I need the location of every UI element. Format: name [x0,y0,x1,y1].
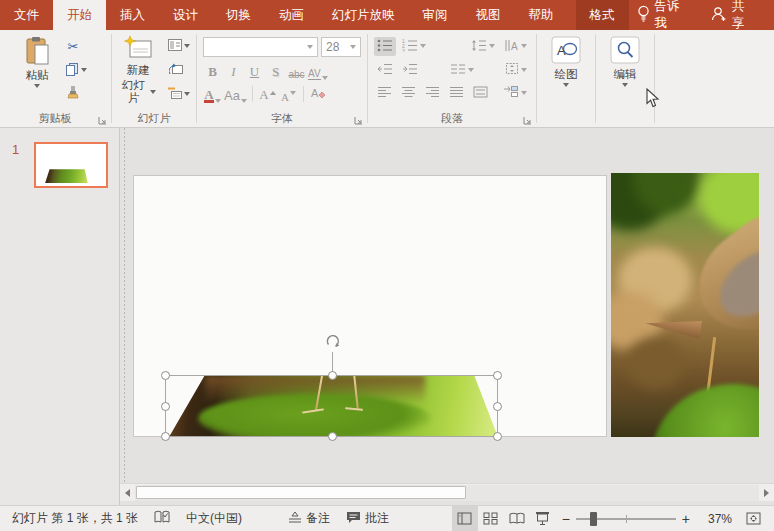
layout-button[interactable] [165,35,193,57]
copy-button[interactable] [62,59,90,81]
line-spacing-button[interactable] [468,37,498,56]
drawing-button[interactable]: A 绘图 [546,33,586,90]
scissors-icon: ✂ [68,39,79,54]
strikethrough-button[interactable]: abc [287,61,306,81]
align-text-button[interactable] [502,60,530,79]
language-button[interactable]: 中文(中国) [178,506,250,531]
text-shadow-button[interactable]: S [266,61,285,81]
bullets-button[interactable] [374,37,396,56]
distribute-button[interactable] [470,84,491,102]
dropdown-icon [184,44,190,48]
char-spacing-button[interactable]: AV [308,61,328,81]
zoom-out-button[interactable]: − [562,511,570,527]
grow-font-button[interactable]: A [258,84,277,104]
tab-transitions[interactable]: 切换 [212,0,265,30]
scroll-left-button[interactable] [120,485,135,501]
copy-icon [65,62,79,78]
font-color-button[interactable]: A [203,84,222,104]
change-case-button[interactable]: Aa [224,84,247,104]
editing-group: 编辑 [597,30,653,127]
tab-view[interactable]: 视图 [462,0,515,30]
align-center-icon [401,86,416,100]
pane-splitter[interactable] [124,128,125,483]
reset-button[interactable] [165,59,187,81]
justify-button[interactable] [446,84,467,102]
share-button[interactable]: 共享 [703,0,762,30]
tab-format[interactable]: 格式 [576,0,629,30]
clear-formatting-button[interactable]: A [309,84,328,104]
drawing-icon: A [551,36,581,66]
align-left-button[interactable] [374,84,395,102]
tab-help[interactable]: 帮助 [515,0,568,30]
format-painter-button[interactable] [62,83,84,105]
slideshow-view-button[interactable] [530,506,556,531]
bold-button[interactable]: B [203,61,222,81]
increase-indent-icon [402,63,418,77]
down-arrow-icon [290,91,296,95]
zoom-slider-thumb[interactable] [590,512,597,526]
tab-animations[interactable]: 动画 [265,0,318,30]
cut-button[interactable]: ✂ [62,35,84,57]
increase-indent-button[interactable] [399,61,421,79]
reset-icon [169,63,183,78]
scroll-right-button[interactable] [759,485,774,501]
slide-thumbnail[interactable] [34,142,108,188]
columns-icon [450,63,466,77]
rotate-handle[interactable] [323,332,342,355]
notes-button[interactable]: 备注 [280,506,338,531]
scrollbar-thumb[interactable] [136,486,466,499]
underline-button[interactable]: U [245,61,264,81]
fit-to-window-button[interactable] [740,506,766,531]
columns-button[interactable] [447,61,477,79]
zoom-slider[interactable] [576,518,676,520]
reading-view-button[interactable] [504,506,530,531]
dropdown-icon [489,44,495,48]
font-size-combo[interactable]: 28 [321,37,361,57]
dropdown-icon [563,83,569,87]
scrollbar-track[interactable] [135,485,759,501]
selected-picture[interactable] [165,375,498,437]
tab-review[interactable]: 审阅 [409,0,462,30]
tab-home[interactable]: 开始 [53,0,106,30]
text-direction-button[interactable]: A [501,37,530,56]
paste-button[interactable]: 粘贴 [20,33,54,91]
tab-design[interactable]: 设计 [159,0,212,30]
dropdown-icon [215,99,221,103]
tab-file[interactable]: 文件 [0,0,53,30]
editing-button[interactable]: 编辑 [605,33,645,90]
clipboard-dialog-launcher[interactable] [98,115,108,125]
tab-slideshow[interactable]: 幻灯片放映 [318,0,409,30]
font-dialog-launcher[interactable] [354,115,364,125]
new-slide-button[interactable]: 新建 幻灯片 [115,33,161,108]
lightbulb-icon [637,5,650,25]
bird-photo[interactable] [611,173,759,437]
align-center-button[interactable] [398,84,419,102]
align-right-button[interactable] [422,84,443,102]
smartart-button[interactable] [500,83,530,102]
slide-sorter-view-button[interactable] [478,506,504,531]
dropdown-icon [34,84,40,88]
dropdown-icon [307,45,313,49]
font-name-combo[interactable] [203,37,318,57]
spellcheck-button[interactable] [146,506,178,531]
normal-view-button[interactable] [452,506,478,531]
zoom-percentage[interactable]: 37% [696,512,732,526]
numbering-icon: 123 [402,39,418,54]
shrink-font-button[interactable]: A [279,84,298,104]
paragraph-dialog-launcher[interactable] [523,115,533,125]
comment-bubble-icon [346,511,361,527]
zoom-in-button[interactable]: + [682,511,690,527]
numbering-button[interactable]: 123 [399,37,429,56]
italic-button[interactable]: I [224,61,243,81]
section-icon [168,87,182,101]
decrease-indent-button[interactable] [374,61,396,79]
tab-insert[interactable]: 插入 [106,0,159,30]
horizontal-scrollbar [120,483,774,501]
section-button[interactable] [165,83,193,105]
slide-editing-area [120,128,774,505]
clipboard-icon [25,36,49,67]
up-arrow-icon [270,91,276,95]
tell-me-button[interactable]: 告诉我 [629,0,697,30]
comments-button[interactable]: 批注 [338,506,397,531]
drawing-group: A 绘图 [538,30,594,127]
